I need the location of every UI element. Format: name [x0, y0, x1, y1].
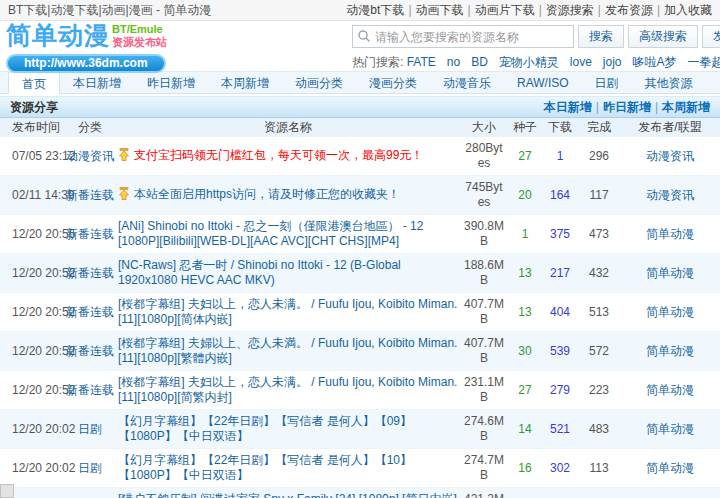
resource-link[interactable]: [桜都字幕组] 夫妇以上，恋人未满。 / Fuufu Ijou, Koibito…	[118, 297, 457, 326]
seeds-count: 1	[508, 215, 542, 254]
publisher-link[interactable]: 动漫资讯	[646, 188, 694, 202]
tab-本周新增[interactable]: 本周新增	[208, 72, 282, 93]
category-link[interactable]: 新番连载	[66, 227, 114, 241]
topbar-link[interactable]: 发布资源	[605, 3, 653, 17]
category-link[interactable]: 日剧	[78, 422, 102, 436]
publish-time: 12/20 20:02	[0, 449, 64, 488]
tab-首页[interactable]: 首页	[8, 72, 60, 94]
hot-search-link[interactable]: 一拳超人	[688, 55, 720, 69]
panel-quick-link[interactable]: 昨日新增	[603, 100, 651, 114]
resource-link[interactable]: [桜都字幕组] 夫妇以上，恋人未满。 / Fuufu Ijou, Koibito…	[118, 375, 457, 404]
topbar-link[interactable]: 动画片下载	[475, 3, 535, 17]
resource-link[interactable]: 【幻月字幕组】【22年日剧】【写信者 是何人】【10】【1080P】【中日双语】	[118, 453, 412, 482]
downloads-count: 404	[542, 293, 578, 332]
resource-link[interactable]: [ANi] Shinobi no Ittoki - 忍之一刻（僅限港澳台地區） …	[118, 219, 423, 248]
size-value: 745Bytes	[460, 176, 508, 215]
tab-漫画分类[interactable]: 漫画分类	[356, 72, 430, 93]
separator: |	[596, 100, 599, 114]
publisher-link[interactable]: 简单动漫	[646, 344, 694, 358]
panel-title: 资源分享	[10, 99, 58, 116]
resource-link[interactable]: 【幻月字幕组】【22年日剧】【写信者 是何人】【09】【1080P】【中日双语】	[118, 414, 412, 443]
topbar: BT下载|动漫下载|动画|漫画 - 简单动漫 动漫bt下载|动画下载|动画片下载…	[0, 0, 720, 21]
downloads-count: 1	[542, 137, 578, 176]
topbar-link[interactable]: 动漫bt下载	[346, 3, 404, 17]
hot-search-link[interactable]: 宠物小精灵	[499, 55, 559, 69]
seeds-count: 14	[508, 410, 542, 449]
publisher-link[interactable]: 简单动漫	[646, 266, 694, 280]
topbar-link[interactable]: 加入收藏	[664, 3, 712, 17]
category-link[interactable]: 动漫资讯	[66, 149, 114, 163]
resource-link[interactable]: 支付宝扫码领无门槛红包，每天可领一次，最高99元！	[134, 148, 423, 162]
table-row: 12/20 20:52新番连载[桜都字幕组] 夫妇以上，恋人未满。 / Fuuf…	[0, 293, 720, 332]
tab-昨日新增[interactable]: 昨日新增	[134, 72, 208, 93]
category-link[interactable]: 日剧	[78, 461, 102, 475]
resource-link[interactable]: [NC-Raws] 忍者一时 / Shinobi no Ittoki - 12 …	[118, 258, 401, 287]
resource-link[interactable]: 本站全面启用https访问，请及时修正您的收藏夹！	[134, 187, 400, 201]
resource-table: 发布时间分类资源名称大小种子下载完成发布者/联盟 07/05 23:12动漫资讯…	[0, 118, 720, 498]
tab-本日新增[interactable]: 本日新增	[60, 72, 134, 93]
publish-time: 12/20 20:52	[0, 254, 64, 293]
advanced-search-button[interactable]: 高级搜索	[628, 25, 698, 48]
downloads-count: 375	[542, 215, 578, 254]
tab-其他资源[interactable]: 其他资源	[632, 72, 706, 93]
tab-日剧[interactable]: 日剧	[582, 72, 632, 93]
table-row: 07/05 23:12动漫资讯支付宝扫码领无门槛红包，每天可领一次，最高99元！…	[0, 137, 720, 176]
completed-count: 483	[578, 410, 620, 449]
publisher-link[interactable]: 简单动漫	[646, 461, 694, 475]
size-value: 421.2MB	[460, 488, 508, 498]
logo-text: 简单动漫	[6, 21, 110, 49]
panel-quick-link[interactable]: 本日新增	[544, 100, 592, 114]
publisher-link[interactable]: 简单动漫	[646, 305, 694, 319]
hot-search-link[interactable]: jojo	[603, 55, 622, 69]
seeds-count: 30	[508, 332, 542, 371]
column-header: 种子	[508, 118, 542, 137]
column-header: 资源名称	[116, 118, 460, 137]
resource-link[interactable]: [猎户不鸽压制] 间谍过家家 Spy x Family [24] [1080p]…	[118, 492, 457, 498]
publisher-link[interactable]: 动漫资讯	[646, 149, 694, 163]
seeds-count: 27	[508, 371, 542, 410]
seeds-count: 20	[508, 176, 542, 215]
search-input[interactable]	[352, 25, 574, 48]
floating-widget[interactable]	[0, 484, 14, 498]
completed-count: 113	[578, 449, 620, 488]
publish-time: 12/20 20:55	[0, 215, 64, 254]
hot-search-link[interactable]: no	[447, 55, 460, 69]
separator: |	[598, 3, 601, 17]
publisher-link[interactable]: 简单动漫	[646, 227, 694, 241]
table-row: 12/20 20:52新番连载[桜都字幕组] 夫妇以上，恋人未满。 / Fuuf…	[0, 371, 720, 410]
publish-resource-button[interactable]: 发布资源	[702, 25, 720, 48]
site-logo[interactable]: 简单动漫BT/Emule资源发布站 http://www.36dm.com	[6, 22, 167, 73]
resource-link[interactable]: [桜都字幕组] 夫婦以上、恋人未満。 / Fuufu Ijou, Koibito…	[118, 336, 457, 365]
category-link[interactable]: 新番连载	[66, 266, 114, 280]
topbar-link[interactable]: 资源搜索	[546, 3, 594, 17]
publish-time: 02/11 14:39	[0, 176, 64, 215]
seeds-count: 24	[508, 488, 542, 498]
site-url-pill[interactable]: http://www.36dm.com	[6, 54, 166, 73]
hot-search-link[interactable]: 哆啦A梦	[633, 55, 677, 69]
panel-quick-link[interactable]: 本周新增	[662, 100, 710, 114]
downloads-count: 164	[542, 176, 578, 215]
site-header: 简单动漫BT/Emule资源发布站 http://www.36dm.com 搜索…	[0, 21, 720, 71]
search-button[interactable]: 搜索	[578, 25, 624, 48]
category-link[interactable]: 新番连载	[66, 344, 114, 358]
category-link[interactable]: 新番连载	[66, 383, 114, 397]
table-header-row: 发布时间分类资源名称大小种子下载完成发布者/联盟	[0, 118, 720, 137]
logo-tagline-publish-site: 资源发布站	[112, 36, 167, 49]
category-link[interactable]: 新番连载	[66, 305, 114, 319]
table-row: 12/20 20:52新番连载[NC-Raws] 忍者一时 / Shinobi …	[0, 254, 720, 293]
topbar-link[interactable]: 动画下载	[416, 3, 464, 17]
hot-search-link[interactable]: FATE	[407, 55, 436, 69]
publish-time: 12/20 20:52	[0, 371, 64, 410]
tab-RAW/ISO[interactable]: RAW/ISO	[504, 72, 582, 93]
publisher-link[interactable]: 简单动漫	[646, 422, 694, 436]
publisher-link[interactable]: 简单动漫	[646, 383, 694, 397]
tab-动漫音乐[interactable]: 动漫音乐	[430, 72, 504, 93]
table-row: 02/11 14:39新番连载本站全面启用https访问，请及时修正您的收藏夹！…	[0, 176, 720, 215]
hot-search-label: 热门搜索:	[352, 55, 403, 69]
hot-search-link[interactable]: BD	[471, 55, 488, 69]
logo-tagline-btemule: BT/Emule	[112, 23, 167, 36]
search-icon	[357, 29, 371, 46]
tab-动画分类[interactable]: 动画分类	[282, 72, 356, 93]
hot-search-link[interactable]: love	[570, 55, 592, 69]
category-link[interactable]: 新番连载	[66, 188, 114, 202]
